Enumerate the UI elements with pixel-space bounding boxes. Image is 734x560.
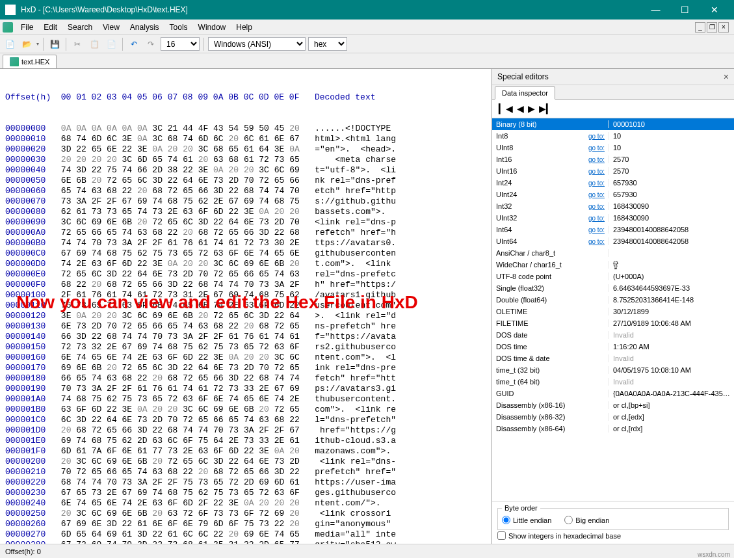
hex-row[interactable]: 00000050 6E 6B 20 72 65 6C 3D 22 64 6E 7… [5,176,486,186]
goto-link[interactable]: go to: [588,144,605,152]
undo-button[interactable]: ↶ [127,37,141,51]
goto-link[interactable]: go to: [588,203,605,210]
hex-row[interactable]: 00000130 6E 73 2D 70 72 65 66 65 74 63 6… [5,321,486,332]
inspector-row[interactable]: OLETIME30/12/1899 [492,306,734,317]
goto-link[interactable]: go to: [588,191,605,198]
goto-link[interactable]: go to: [588,238,605,245]
hex-row[interactable]: 000000D0 74 2E 63 6F 6D 22 3E 0A 20 20 3… [5,259,486,269]
hex-row[interactable]: 00000100 2F 61 76 61 74 61 72 73 31 2E 6… [5,290,486,300]
hex-row[interactable]: 000001C0 6C 3D 22 64 6E 73 2D 70 72 65 6… [5,415,486,425]
hex-row[interactable]: 000001F0 6D 61 7A 6F 6E 61 77 73 2E 63 6… [5,446,486,457]
hex-row[interactable]: 00000220 68 74 74 70 73 3A 2F 2F 75 73 6… [5,477,486,488]
close-button[interactable]: ✕ [700,0,729,20]
bytes-per-row-select[interactable]: 16 [161,37,200,51]
side-panel-close-button[interactable]: × [724,72,729,82]
hex-row[interactable]: 000001B0 63 6F 6D 22 3E 0A 20 20 3C 6C 6… [5,405,486,415]
hex-row[interactable]: 00000010 68 74 6D 6C 3E 0A 3C 68 74 6D 6… [5,134,486,144]
inspector-row[interactable]: UInt32go to:168430090 [492,212,734,224]
hex-row[interactable]: 00000040 74 3D 22 75 74 66 2D 38 22 3E 0… [5,165,486,176]
hex-row[interactable]: 000000F0 68 22 20 68 72 65 66 3D 22 68 7… [5,280,486,290]
inspector-row[interactable]: WideChar / char16_tਊ [492,259,734,271]
hex-row[interactable]: 000000B0 74 74 70 73 3A 2F 2F 61 76 61 7… [5,238,486,248]
little-endian-radio[interactable]: Little endian [502,516,551,524]
minimize-button[interactable]: — [641,0,670,20]
nav-last-button[interactable]: ▶▎ [538,103,555,114]
hex-row[interactable]: 00000120 3E 0A 20 20 3C 6C 69 6E 6B 20 7… [5,311,486,321]
menu-view[interactable]: View [98,21,125,34]
hex-row[interactable]: 00000110 75 73 65 72 63 6F 6E 74 65 6E 7… [5,300,486,311]
hex-row[interactable]: 00000150 72 73 32 2E 67 69 74 68 75 62 7… [5,342,486,353]
maximize-button[interactable]: ☐ [670,0,700,20]
hex-row[interactable]: 000000A0 72 65 66 65 74 63 68 22 20 68 7… [5,228,486,238]
save-button[interactable]: 💾 [47,37,62,51]
new-file-button[interactable]: 📄 [3,37,17,51]
hex-row[interactable]: 00000140 66 3D 22 68 74 74 70 73 3A 2F 2… [5,332,486,342]
hex-row[interactable]: 00000030 20 20 20 20 3C 6D 65 74 61 20 6… [5,155,486,165]
inspector-row[interactable]: UInt16go to:2570 [492,165,734,177]
hex-row[interactable]: 00000250 20 3C 6C 69 6E 6B 20 63 72 6F 7… [5,509,486,519]
open-file-button[interactable]: 📂 [20,37,34,51]
inspector-row[interactable]: Int64go to:2394800140088642058 [492,224,734,235]
copy-button[interactable]: 📋 [87,37,101,51]
redo-button[interactable]: ↷ [144,37,158,51]
hex-row[interactable]: 00000080 62 61 73 73 65 74 73 2E 63 6F 6… [5,207,486,217]
goto-link[interactable]: go to: [588,133,605,140]
nav-prev-button[interactable]: ◀ [516,103,525,114]
nav-first-button[interactable]: ▎◀ [497,103,514,114]
menu-search[interactable]: Search [62,21,98,34]
hex-row[interactable]: 00000270 6D 65 64 69 61 3D 22 61 6C 6C 2… [5,529,486,540]
inspector-row[interactable]: Disassembly (x86-32)or cl,[edx] [492,411,734,423]
inspector-row[interactable]: UInt8go to:10 [492,142,734,153]
cut-button[interactable]: ✂ [70,37,85,51]
inspector-row[interactable]: Single (float32)6.64634644593697E-33 [492,282,734,294]
charset-select[interactable]: Windows (ANSI) [208,37,306,51]
hex-row[interactable]: 00000070 73 3A 2F 2F 67 69 74 68 75 62 2… [5,196,486,207]
hex-row[interactable]: 000000E0 72 65 6C 3D 22 64 6E 73 2D 70 7… [5,269,486,280]
inspector-row[interactable]: time_t (64 bit)Invalid [492,376,734,388]
paste-button[interactable]: 📄 [104,37,118,51]
goto-link[interactable]: go to: [588,215,605,222]
inspector-row[interactable]: AnsiChar / char8_t [492,247,734,259]
menu-window[interactable]: Window [193,21,231,34]
inspector-row[interactable]: Binary (8 bit)00001010 [492,118,734,130]
inspector-row[interactable]: FILETIME27/10/9189 10:06:48 AM [492,317,734,329]
hex-row[interactable]: 00000020 3D 22 65 6E 22 3E 0A 20 20 3C 6… [5,144,486,155]
nav-next-button[interactable]: ▶ [527,103,536,114]
inspector-row[interactable]: Int16go to:2570 [492,153,734,165]
inspector-row[interactable]: Int8go to:10 [492,130,734,142]
hex-row[interactable]: 00000170 69 6E 6B 20 72 65 6C 3D 22 64 6… [5,363,486,373]
inspector-row[interactable]: Int24go to:657930 [492,177,734,189]
inspector-row[interactable]: Double (float64)8.75252031366414E-148 [492,294,734,306]
inspector-row[interactable]: time_t (32 bit)04/05/1975 10:08:10 AM [492,364,734,376]
mdi-restore-button[interactable]: ❐ [707,22,717,33]
inspector-row[interactable]: UInt24go to:657930 [492,189,734,200]
inspector-row[interactable]: DOS time1:16:20 AM [492,341,734,353]
hex-row[interactable]: 00000230 67 65 73 2E 67 69 74 68 75 62 7… [5,488,486,498]
hex-row[interactable]: 00000060 65 74 63 68 22 20 68 72 65 66 3… [5,186,486,196]
hex-row[interactable]: 000001A0 74 68 75 62 75 73 65 72 63 6F 6… [5,394,486,405]
hex-row[interactable]: 00000260 67 69 6E 3D 22 61 6E 6F 6E 79 6… [5,519,486,529]
mdi-close-button[interactable]: × [718,22,729,33]
inspector-row[interactable]: UInt64go to:2394800140088642058 [492,235,734,247]
hex-row[interactable]: 00000160 6E 74 65 6E 74 2E 63 6F 6D 22 3… [5,353,486,363]
data-inspector-tab[interactable]: Data inspector [495,87,555,100]
goto-link[interactable]: go to: [588,156,605,163]
inspector-row[interactable]: UTF-8 code point (U+000A) [492,271,734,282]
inspector-row[interactable]: DOS time & dateInvalid [492,353,734,364]
goto-link[interactable]: go to: [588,226,605,233]
menu-tools[interactable]: Tools [164,21,193,34]
hex-row[interactable]: 000000C0 67 69 74 68 75 62 75 73 65 72 6… [5,248,486,259]
goto-link[interactable]: go to: [588,180,605,187]
hex-row[interactable]: 00000180 66 65 74 63 68 22 20 68 72 65 6… [5,373,486,384]
inspector-row[interactable]: DOS dateInvalid [492,329,734,341]
inspector-row[interactable]: Int32go to:168430090 [492,200,734,212]
mode-select[interactable]: hex [308,37,347,51]
hex-row[interactable]: 00000280 67 72 69 74 79 3D 22 73 68 61 3… [5,540,486,544]
hex-row[interactable]: 00000240 6E 74 65 6E 74 2E 63 6F 6D 2F 2… [5,498,486,509]
file-tab-active[interactable]: text.HEX [3,55,57,68]
menu-file[interactable]: File [16,21,38,34]
goto-link[interactable]: go to: [588,168,605,175]
hex-editor-pane[interactable]: Offset(h) 00 01 02 03 04 05 06 07 08 09 … [0,69,492,544]
hex-row[interactable]: 00000210 70 72 65 66 65 74 63 68 22 20 6… [5,467,486,477]
inspector-row[interactable]: Disassembly (x86-64)or cl,[rdx] [492,423,734,434]
